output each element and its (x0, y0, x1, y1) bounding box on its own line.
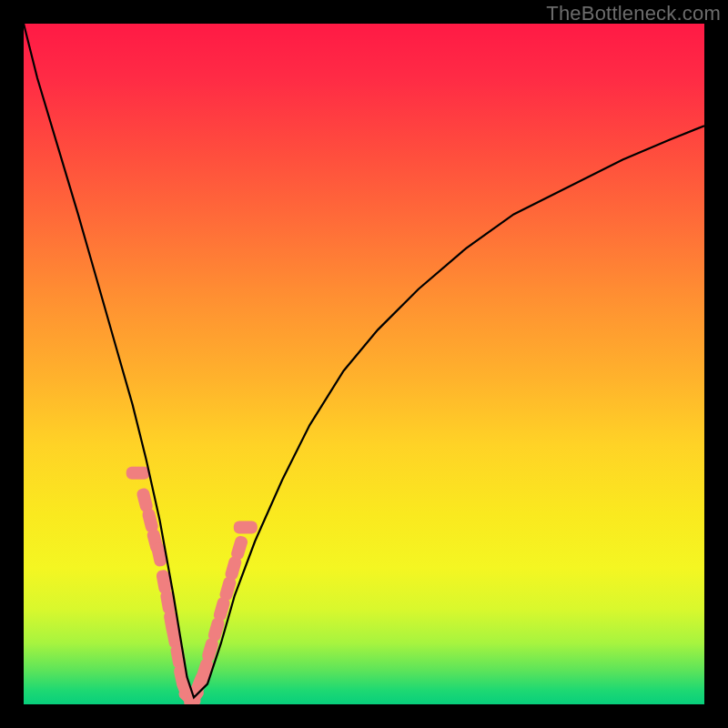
data-marker (234, 521, 258, 534)
watermark-text: TheBottleneck.com (546, 2, 721, 25)
bottleneck-curve (24, 24, 704, 698)
chart-svg (24, 24, 704, 704)
chart-frame: TheBottleneck.com (0, 0, 728, 728)
plot-area (24, 24, 704, 704)
data-marker (230, 535, 249, 561)
data-marker (126, 467, 150, 480)
